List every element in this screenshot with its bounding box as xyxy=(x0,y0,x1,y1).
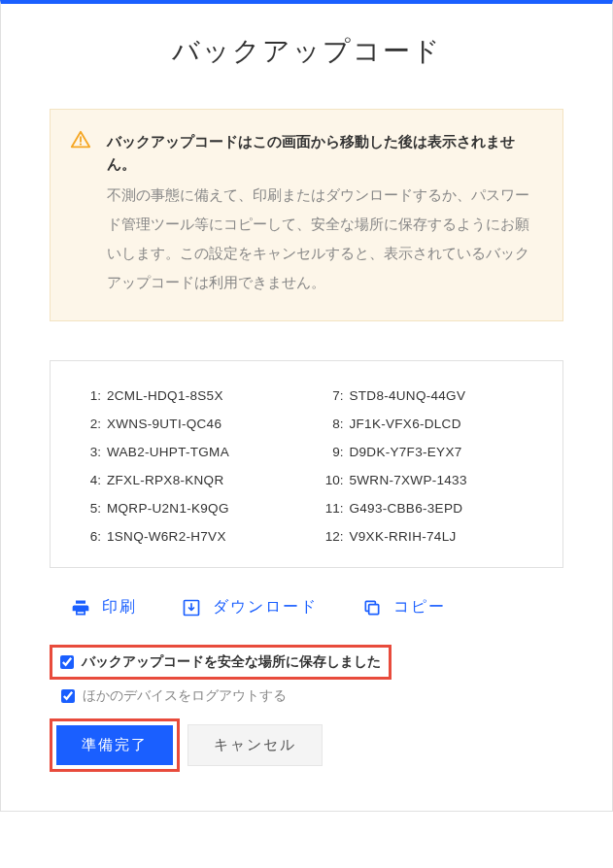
copy-icon xyxy=(362,598,382,618)
code-value: STD8-4UNQ-44GV xyxy=(350,388,466,403)
code-index: 4: xyxy=(74,473,101,487)
copy-button[interactable]: コピー xyxy=(362,597,446,618)
warning-box: バックアップコードはこの画面から移動した後は表示されません。 不測の事態に備えて… xyxy=(50,109,563,321)
backup-codes-list: 1:2CML-HDQ1-8S5X 2:XWNS-9UTI-QC46 3:WAB2… xyxy=(50,360,563,568)
logout-checkbox-row[interactable]: ほかのデバイスをログアウトする xyxy=(50,684,563,718)
code-index: 9: xyxy=(317,445,344,459)
download-icon xyxy=(182,598,201,618)
code-index: 3: xyxy=(74,445,101,459)
code-row: 7:STD8-4UNQ-44GV xyxy=(317,388,540,403)
confirm-controls: バックアップコードを安全な場所に保存しました ほかのデバイスをログアウトする 準… xyxy=(50,645,563,772)
code-value: WAB2-UHPT-TGMA xyxy=(107,445,229,459)
actions-bar: 印刷 ダウンロード コピー xyxy=(50,597,563,618)
code-value: JF1K-VFX6-DLCD xyxy=(350,417,461,431)
code-index: 1: xyxy=(74,388,101,403)
warning-heading: バックアップコードはこの画面から移動した後は表示されません。 xyxy=(107,131,539,176)
warning-triangle-icon xyxy=(70,129,91,150)
print-button[interactable]: 印刷 xyxy=(71,597,137,618)
code-row: 9:D9DK-Y7F3-EYX7 xyxy=(317,445,540,459)
backup-codes-panel: バックアップコード バックアップコードはこの画面から移動した後は表示されません。… xyxy=(0,0,613,812)
code-row: 6:1SNQ-W6R2-H7VX xyxy=(74,529,297,544)
highlight-saved-checkbox: バックアップコードを安全な場所に保存しました xyxy=(50,645,392,680)
code-index: 5: xyxy=(74,501,101,516)
button-row: 準備完了 キャンセル xyxy=(50,718,563,772)
print-label: 印刷 xyxy=(102,597,137,618)
download-button[interactable]: ダウンロード xyxy=(182,597,318,618)
highlight-ready-button: 準備完了 xyxy=(50,718,180,772)
code-value: V9XK-RRIH-74LJ xyxy=(350,529,457,544)
code-index: 10: xyxy=(317,473,344,487)
code-index: 7: xyxy=(317,388,344,403)
print-icon xyxy=(71,598,90,618)
cancel-button[interactable]: キャンセル xyxy=(187,724,323,766)
code-row: 8:JF1K-VFX6-DLCD xyxy=(317,417,540,431)
code-row: 1:2CML-HDQ1-8S5X xyxy=(74,388,297,403)
codes-column-left: 1:2CML-HDQ1-8S5X 2:XWNS-9UTI-QC46 3:WAB2… xyxy=(74,388,297,544)
code-row: 4:ZFXL-RPX8-KNQR xyxy=(74,473,297,487)
svg-point-1 xyxy=(80,143,82,145)
code-index: 8: xyxy=(317,417,344,431)
code-value: G493-CBB6-3EPD xyxy=(350,501,463,516)
code-index: 11: xyxy=(317,501,344,516)
code-value: ZFXL-RPX8-KNQR xyxy=(107,473,223,487)
codes-column-right: 7:STD8-4UNQ-44GV 8:JF1K-VFX6-DLCD 9:D9DK… xyxy=(317,388,540,544)
code-value: MQRP-U2N1-K9QG xyxy=(107,501,229,516)
code-index: 2: xyxy=(74,417,101,431)
saved-checkbox[interactable] xyxy=(60,655,74,669)
code-row: 2:XWNS-9UTI-QC46 xyxy=(74,417,297,431)
page-title: バックアップコード xyxy=(1,4,612,109)
saved-checkbox-row[interactable]: バックアップコードを安全な場所に保存しました xyxy=(60,653,381,671)
code-row: 5:MQRP-U2N1-K9QG xyxy=(74,501,297,516)
code-index: 6: xyxy=(74,529,101,544)
code-row: 3:WAB2-UHPT-TGMA xyxy=(74,445,297,459)
code-row: 11:G493-CBB6-3EPD xyxy=(317,501,540,516)
svg-rect-3 xyxy=(369,604,379,614)
saved-checkbox-label: バックアップコードを安全な場所に保存しました xyxy=(82,653,381,671)
code-value: XWNS-9UTI-QC46 xyxy=(107,417,221,431)
ready-button[interactable]: 準備完了 xyxy=(56,725,173,765)
code-index: 12: xyxy=(317,529,344,544)
code-value: 2CML-HDQ1-8S5X xyxy=(107,388,223,403)
code-value: 1SNQ-W6R2-H7VX xyxy=(107,529,226,544)
code-value: 5WRN-7XWP-1433 xyxy=(350,473,467,487)
code-value: D9DK-Y7F3-EYX7 xyxy=(350,445,462,459)
code-row: 10:5WRN-7XWP-1433 xyxy=(317,473,540,487)
logout-checkbox-label: ほかのデバイスをログアウトする xyxy=(83,687,287,705)
logout-checkbox[interactable] xyxy=(61,689,75,703)
warning-body: 不測の事態に備えて、印刷またはダウンロードするか、パスワード管理ツール等にコピー… xyxy=(107,182,539,297)
copy-label: コピー xyxy=(393,597,446,618)
download-label: ダウンロード xyxy=(213,597,318,618)
code-row: 12:V9XK-RRIH-74LJ xyxy=(317,529,540,544)
